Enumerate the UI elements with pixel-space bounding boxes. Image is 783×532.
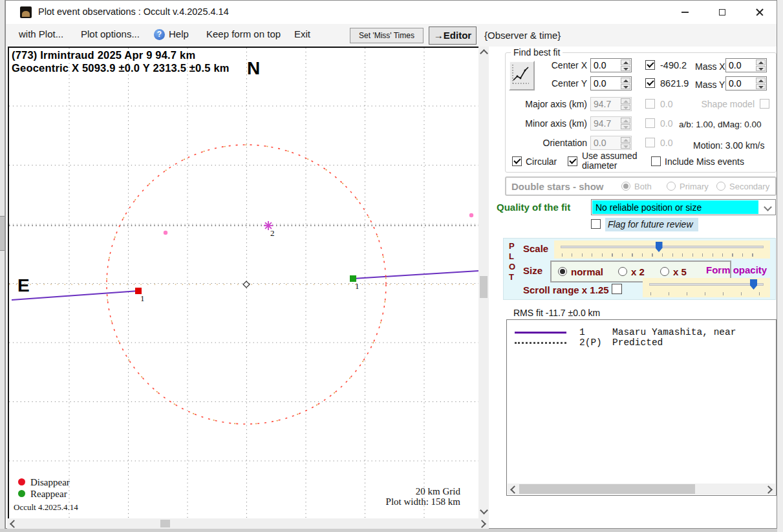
close-button[interactable] [742,1,778,24]
chevron-down-icon [764,203,772,211]
help-icon[interactable]: ? [154,29,165,40]
scale-slider[interactable] [554,240,770,259]
reappear-dot-icon [18,490,25,497]
orientation-label: Orientation [504,138,587,148]
disappear-dot-icon [18,478,25,485]
circular-checkbox[interactable] [512,156,522,166]
major-axis-value: 94.7 [594,99,611,109]
use-assumed-diameter-checkbox[interactable] [568,156,577,166]
chord-line-swatch [515,332,566,334]
scroll-right-icon[interactable] [478,520,486,528]
major-axis-spinner [621,98,630,110]
list-scroll-thumb[interactable] [519,484,695,494]
double-stars-primary-label: Primary [680,182,709,191]
major-axis-field: 94.7 [590,97,632,111]
flag-review-label: Flag for future review [605,218,698,231]
mass-x-spinner[interactable] [756,59,766,71]
scale-slider-thumb[interactable] [656,242,663,252]
center-x-label: Center X [504,60,587,70]
major-axis-label: Major axis (km) [504,99,587,109]
size-x5-label: x 5 [673,266,687,277]
include-miss-events-checkbox[interactable] [651,156,661,166]
set-miss-times-button[interactable]: Set 'Miss' Times [350,28,424,43]
svg-text:2: 2 [270,228,275,238]
fit-minor-checkbox [645,118,655,128]
opacity-slider-ticks [650,292,762,295]
list-horizontal-scrollbar[interactable] [508,484,775,495]
title-bar: Plot event observations : Occult v.4.202… [6,1,777,25]
maximize-button[interactable] [704,1,740,24]
double-stars-both-label: Both [634,182,652,191]
scroll-range-label: Scroll range x 1.25 [523,284,609,295]
fit-orientation-checkbox [645,138,655,147]
menu-help[interactable]: Help [169,28,189,39]
plot-canvas[interactable]: 112 [9,48,478,518]
application-root: Plot event observations : Occult v.4.202… [0,0,783,532]
fit-x-value: -490.2 [660,60,687,70]
center-x-field[interactable]: 0.0 [590,58,632,72]
size-x5-radio[interactable] [660,267,669,276]
east-direction-label: E [17,275,30,296]
double-stars-both-radio [621,182,630,191]
menu-exit[interactable]: Exit [294,28,310,39]
orientation-value: 0.0 [594,138,606,148]
mass-x-field[interactable]: 0.0 [725,58,767,72]
size-x2-label: x 2 [631,266,645,277]
plot-settings-panel: P L O T Scale Size normal x 2 x 5 [503,238,776,300]
background-window-strip [0,0,5,532]
horizontal-scroll-thumb[interactable] [160,520,170,527]
observation-plot[interactable]: 112 (773) Irmintraud 2025 Apr 9 94.7 km … [8,47,480,520]
quality-of-fit-value: No reliable position or size [592,200,758,214]
plot-title-line1: (773) Irmintraud 2025 Apr 9 94.7 km [12,49,195,61]
observation-id: 1 [579,327,585,337]
include-miss-events-label: Include Miss events [665,156,744,167]
grid-scale-label: 20 km Grid [416,486,460,497]
shape-model-checkbox [760,99,769,109]
center-x-spinner[interactable] [621,59,630,71]
editor-button[interactable]: →Editor [429,27,477,45]
predicted-line-swatch [515,342,566,344]
size-x2-radio[interactable] [618,267,627,276]
quality-of-fit-dropdown[interactable]: No reliable position or size [591,199,776,215]
list-item[interactable]: 2(P) Predicted [507,337,776,348]
fit-y-checkbox[interactable] [645,78,655,88]
opacity-slider-thumb[interactable] [750,279,757,290]
center-y-spinner[interactable] [621,78,630,89]
plot-side-letter: P [509,241,515,251]
scroll-right-icon[interactable] [764,485,773,494]
mass-y-field[interactable]: 0.0 [725,76,767,90]
fit-x-checkbox[interactable] [645,60,655,70]
center-y-field[interactable]: 0.0 [590,76,632,90]
observation-id: 2(P) [579,337,602,348]
desktop-strip-bottom [0,529,783,532]
observation-list[interactable]: 1 Masaru Yamashita, near 2(P) Predicted [506,319,777,496]
size-normal-radio[interactable] [558,267,567,276]
double-stars-group: Double stars - show Both Primary Seconda… [505,176,777,196]
plot-vertical-scrollbar[interactable] [478,47,489,518]
plot-side-letter: O [509,262,515,271]
menu-plot-options[interactable]: Plot options... [81,28,140,39]
mass-y-spinner[interactable] [756,78,766,89]
close-icon [756,8,764,16]
form-opacity-slider[interactable] [643,278,770,297]
app-window: Plot event observations : Occult v.4.202… [5,0,777,529]
plot-title-line2: Geocentric X 5093.9 ±0.0 Y 2313.5 ±0.5 k… [12,62,230,74]
find-best-fit-group: Find best fit Center X 0.0 -490.2 Mass X [505,52,777,173]
form-opacity-label: Form opacity [706,264,767,275]
menu-keep-form-on-top[interactable]: Keep form on top [206,28,281,39]
minimize-button[interactable] [667,1,703,24]
scroll-left-icon[interactable] [10,520,18,528]
mass-x-value: 0.0 [729,60,741,70]
menu-with-plot[interactable]: with Plot... [19,28,63,39]
scroll-up-icon[interactable] [480,49,488,58]
mass-x-label: Mass X [695,61,725,72]
app-icon [20,6,32,18]
menu-bar: with Plot... Plot options... ? Help Keep… [6,24,777,47]
plot-horizontal-scrollbar[interactable] [7,518,489,529]
vertical-scroll-thumb[interactable] [480,276,488,298]
scroll-left-icon[interactable] [510,485,519,494]
flag-review-checkbox[interactable] [591,219,601,229]
scroll-down-icon[interactable] [480,506,488,515]
scroll-range-checkbox[interactable] [612,284,622,294]
double-stars-secondary-label: Secondary [729,182,769,191]
